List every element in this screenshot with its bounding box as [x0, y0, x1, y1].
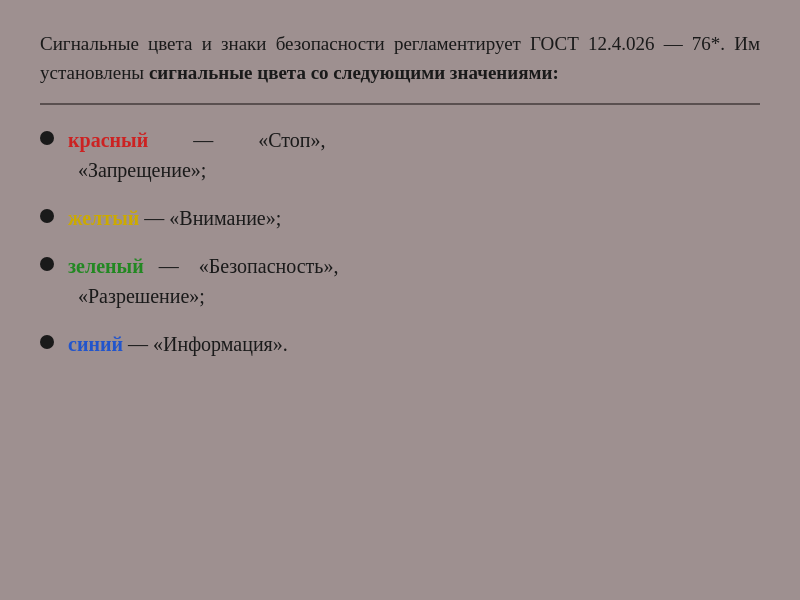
color-word-yellow: желтый	[68, 207, 139, 229]
list-item: зеленый — «Безопасность», «Разрешение»;	[40, 251, 760, 311]
slide-container: Сигнальные цвета и знаки безопасности ре…	[0, 0, 800, 600]
bullet-content: синий — «Информация».	[68, 329, 760, 359]
bullet-description-yellow: — «Внимание»;	[139, 207, 281, 229]
bullet-dot	[40, 209, 54, 223]
color-word-green: зеленый	[68, 255, 144, 277]
list-item: желтый — «Внимание»;	[40, 203, 760, 233]
bullet-content: зеленый — «Безопасность», «Разрешение»;	[68, 251, 760, 311]
bullet-dot	[40, 131, 54, 145]
bold-text: сигнальные цвета со следующими значениям…	[149, 62, 559, 83]
intro-paragraph: Сигнальные цвета и знаки безопасности ре…	[40, 30, 760, 87]
list-item: синий — «Информация».	[40, 329, 760, 359]
divider	[40, 103, 760, 105]
color-word-red: красный	[68, 129, 148, 151]
bullet-description-blue: — «Информация».	[123, 333, 288, 355]
bullet-list: красный — «Стоп», «Запрещение»; желтый —…	[40, 125, 760, 377]
bullet-content: желтый — «Внимание»;	[68, 203, 760, 233]
list-item: красный — «Стоп», «Запрещение»;	[40, 125, 760, 185]
bullet-dot	[40, 335, 54, 349]
bullet-content: красный — «Стоп», «Запрещение»;	[68, 125, 760, 185]
color-word-blue: синий	[68, 333, 123, 355]
bullet-dot	[40, 257, 54, 271]
